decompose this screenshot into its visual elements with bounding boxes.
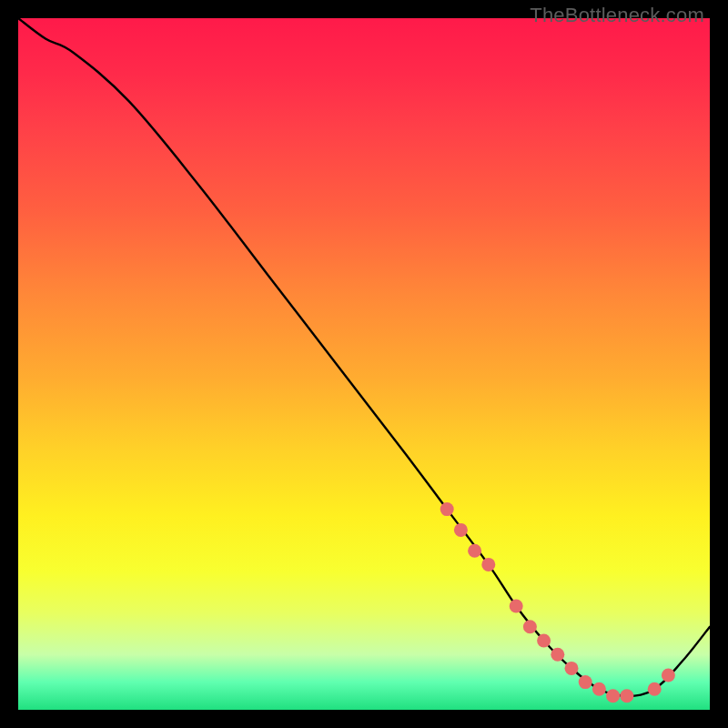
highlight-dot [606,689,620,703]
highlight-dot [510,600,523,613]
highlight-dot [454,523,468,537]
highlight-dot [537,634,551,648]
highlight-dot [579,675,592,689]
highlight-dot [648,682,662,696]
chart-svg [18,18,710,710]
highlight-dot [592,682,606,696]
highlight-dots [440,502,675,703]
highlight-dot [551,648,564,662]
chart-area [18,18,710,710]
highlight-dot [481,558,495,571]
highlight-dot [523,620,537,633]
bottleneck-curve [18,18,710,696]
highlight-dot [565,662,579,675]
watermark-text: TheBottleneck.com [530,4,704,27]
highlight-dot [662,669,675,682]
highlight-dot [620,689,633,703]
highlight-dot [468,544,481,558]
highlight-dot [440,502,454,516]
